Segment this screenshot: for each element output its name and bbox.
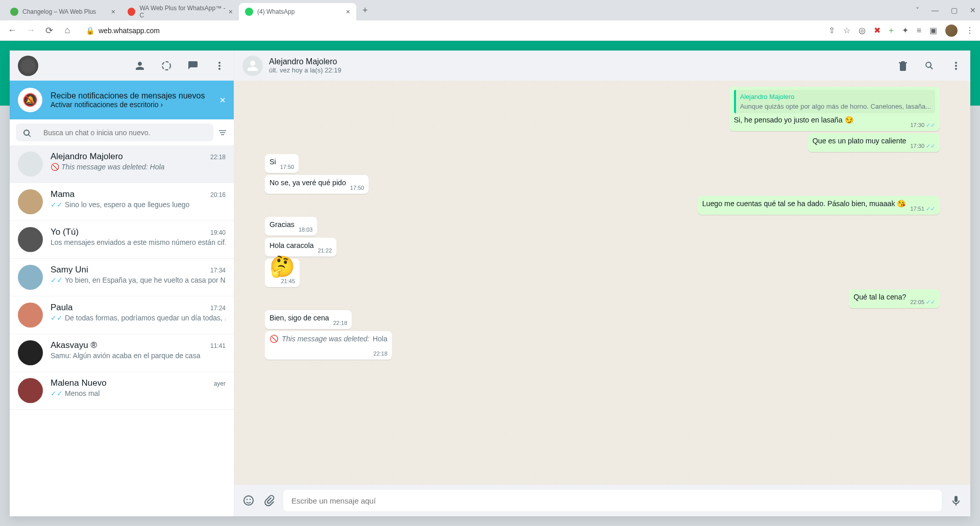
quoted-message[interactable]: Alejandro MajoleroAunque quizás opte por… [734,90,935,113]
message-time: 22:18 [333,318,348,328]
extension-icon[interactable]: + [889,26,893,35]
close-icon[interactable]: × [219,94,226,106]
chat-info: Paula17:24✓✓ De todas formas, podríamos … [51,303,226,328]
my-avatar[interactable] [18,56,38,76]
new-chat-icon[interactable] [187,60,199,72]
read-check-icon: ✓✓ [926,141,935,151]
chat-preview-text: Los mensajes enviados a este mismo númer… [51,238,226,246]
browser-menu-icon[interactable]: ⋮ [966,26,974,35]
emoji-icon[interactable] [242,494,255,507]
share-icon[interactable]: ⇧ [828,26,835,35]
address-bar[interactable]: 🔒 web.whatsapp.com [80,23,822,38]
search-input[interactable] [43,129,207,137]
tab-close-icon[interactable]: × [229,8,233,16]
tab-favicon [128,8,135,16]
maximize-icon[interactable]: ▢ [951,6,958,14]
messages-area[interactable]: Alejandro MajoleroAunque quizás opte por… [234,81,970,485]
new-tab-button[interactable]: + [362,5,368,16]
chat-info: Akasvayu ®11:41Samu: Algún avión acaba e… [51,340,226,365]
chat-list[interactable]: Alejandro Majolero22:18🚫 This message wa… [10,145,234,516]
browser-tab[interactable]: Changelog – WA Web Plus × [4,3,121,20]
message-bubble[interactable]: Alejandro MajoleroAunque quizás opte por… [729,87,940,131]
chat-avatar [18,152,43,177]
filter-icon[interactable] [217,128,228,138]
close-icon[interactable]: ✕ [970,6,976,14]
message-bubble[interactable]: 🤔21:45 [265,259,300,287]
chat-list-item[interactable]: Samy Uni17:34✓✓ Yo bien, en España ya, q… [10,259,234,296]
browser-tab[interactable]: WA Web Plus for WhatsApp™ - C × [121,3,239,20]
browser-tab-bar: Changelog – WA Web Plus × WA Web Plus fo… [0,0,980,20]
svg-point-0 [162,62,170,70]
reading-list-icon[interactable]: ≡ [917,26,921,35]
deleted-label: This message was deleted: [282,334,370,344]
tab-close-icon[interactable]: × [111,8,115,16]
chat-time: 19:40 [210,229,226,236]
message-meta: 18:03 [299,225,313,235]
message-time: 18:03 [299,225,313,235]
browser-tab-active[interactable]: (4) WhatsApp × [239,3,356,20]
chat-info: Yo (Tú)19:40Los mensajes enviados a este… [51,227,226,252]
search-row [10,119,234,145]
tab-close-icon[interactable]: × [346,8,350,16]
chat-preview-text: Yo bien, en España ya, que he vuelto a c… [65,276,226,284]
chat-list-item[interactable]: Paula17:24✓✓ De todas formas, podríamos … [10,296,234,334]
message-bubble[interactable]: Gracias18:03 [265,217,317,236]
chat-list-item[interactable]: Mama20:16✓✓ Sino lo ves, espero a que ll… [10,183,234,221]
contact-avatar[interactable] [242,56,263,76]
message-bubble[interactable]: 🚫This message was deleted: Hola22:18 [265,331,392,360]
quote-text: Aunque quizás opte por algo más de horno… [740,102,931,111]
message-bubble[interactable]: Que es un plato muy caliente17:30✓✓ [808,133,940,152]
message-bubble[interactable]: No se, ya veré qué pido17:50 [265,175,369,194]
chat-preview-text: Menos mal [65,389,100,397]
message-time: 17:51 [910,204,924,214]
side-panel-icon[interactable]: ▣ [929,26,937,35]
message-time: 17:50 [350,183,364,193]
chat-preview: ✓✓ Yo bien, en España ya, que he vuelto … [51,276,226,284]
extension-icon[interactable]: ◎ [859,26,866,35]
delete-icon[interactable] [897,60,909,72]
message-bubble[interactable]: Hola caracola21:22 [265,238,336,257]
notification-banner[interactable]: 🔕 Recibe notificaciones de mensajes nuev… [10,81,234,119]
extensions-menu-icon[interactable]: ✦ [902,26,909,35]
attach-icon[interactable] [263,494,275,507]
chat-list-item[interactable]: Akasvayu ®11:41Samu: Algún avión acaba e… [10,334,234,372]
message-row: Bien, sigo de cena22:18 [265,310,940,329]
mic-icon[interactable] [950,494,962,507]
search-box[interactable] [16,123,213,141]
svg-point-1 [244,496,253,505]
back-button[interactable]: ← [6,25,18,36]
reload-button[interactable]: ⟳ [43,25,55,36]
chat-preview-text: Samu: Algún avión acaba en el parque de … [51,352,200,360]
forward-button[interactable]: → [24,25,37,36]
message-row: Si17:50 [265,154,940,173]
status-icon[interactable] [160,60,173,72]
menu-icon[interactable] [950,60,962,72]
home-button[interactable]: ⌂ [61,25,74,36]
chat-list-item[interactable]: Yo (Tú)19:40Los mensajes enviados a este… [10,221,234,259]
search-icon[interactable] [923,60,936,72]
chat-list-item[interactable]: Alejandro Majolero22:18🚫 This message wa… [10,145,234,183]
message-row: 🚫This message was deleted: Hola22:18 [265,331,940,360]
chat-avatar [18,378,43,403]
tab-title: Changelog – WA Web Plus [22,8,96,15]
extension-icon[interactable]: ✖ [874,26,880,35]
message-bubble[interactable]: Bien, sigo de cena22:18 [265,310,352,329]
menu-icon[interactable] [213,60,226,72]
message-bubble[interactable]: Luego me cuentas qué tal se ha dado. Pás… [698,196,940,215]
read-check-icon: ✓✓ [51,314,63,322]
bookmark-icon[interactable]: ☆ [843,26,850,35]
communities-icon[interactable] [134,60,146,72]
profile-avatar[interactable] [945,24,958,37]
search-icon [22,128,31,137]
minimize-icon[interactable]: — [932,6,939,14]
chat-name: Paula [51,303,72,313]
notification-link[interactable]: Activar notificaciones de escritorio › [51,101,219,109]
message-bubble[interactable]: Si17:50 [265,154,299,173]
message-text: Si [270,158,276,166]
message-input[interactable] [283,490,942,511]
chevron-down-icon[interactable]: ˅ [916,6,919,14]
chat-list-item[interactable]: Malena Nuevoayer✓✓ Menos mal [10,372,234,410]
notification-text: Recibe notificaciones de mensajes nuevos… [51,91,219,109]
message-bubble[interactable]: Qué tal la cena?22:05✓✓ [849,289,940,308]
conversation-header[interactable]: Alejandro Majolero últ. vez hoy a la(s) … [234,51,970,81]
